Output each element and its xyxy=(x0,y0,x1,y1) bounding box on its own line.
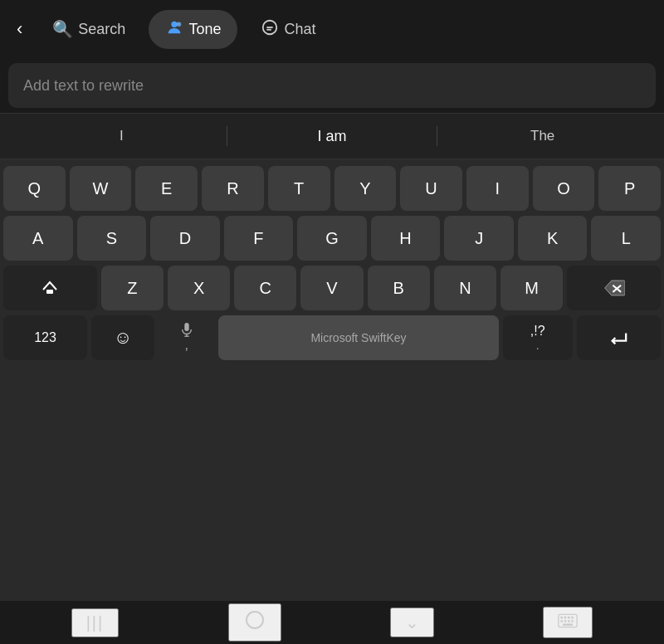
key-row-1: Q W E R T Y U I O P xyxy=(3,166,661,211)
svg-rect-20 xyxy=(572,620,574,622)
key-y[interactable]: Y xyxy=(334,166,397,211)
svg-rect-18 xyxy=(564,620,567,622)
key-c[interactable]: C xyxy=(234,266,296,310)
tab-tone[interactable]: Tone xyxy=(149,10,237,49)
key-p[interactable]: P xyxy=(598,166,661,211)
search-icon: 🔍 xyxy=(52,19,73,39)
period-label: . xyxy=(536,339,540,352)
tab-search[interactable]: 🔍 Search xyxy=(36,11,142,47)
key-row-2: A S D F G H J K L xyxy=(3,216,661,261)
key-o[interactable]: O xyxy=(533,166,595,211)
enter-key[interactable] xyxy=(577,315,661,360)
backspace-key[interactable] xyxy=(567,266,661,310)
suggestion-center[interactable]: I am xyxy=(227,128,437,145)
key-b[interactable]: B xyxy=(368,266,430,310)
svg-rect-16 xyxy=(572,617,574,619)
key-v[interactable]: V xyxy=(300,266,363,310)
svg-point-1 xyxy=(177,22,182,26)
svg-point-0 xyxy=(172,21,178,27)
keyboard: Q W E R T Y U I O P A S D F G H J K L Z … xyxy=(0,159,664,601)
tab-chat[interactable]: Chat xyxy=(244,10,332,49)
key-s[interactable]: S xyxy=(77,216,147,261)
key-d[interactable]: D xyxy=(150,216,220,261)
text-input[interactable]: Add text to rewrite xyxy=(8,63,656,108)
key-g[interactable]: G xyxy=(297,216,367,261)
key-i[interactable]: I xyxy=(466,166,529,211)
svg-rect-11 xyxy=(247,612,263,628)
suggestion-right[interactable]: The xyxy=(437,128,647,144)
tone-tab-label: Tone xyxy=(188,21,221,38)
key-m[interactable]: M xyxy=(500,266,563,310)
word-suggestions: I I am The xyxy=(0,113,664,159)
key-x[interactable]: X xyxy=(168,266,230,310)
key-u[interactable]: U xyxy=(400,166,462,211)
key-row-4: 123 ☺ , Microsoft SwiftKey ,!? . xyxy=(3,315,661,360)
nav-back-button[interactable]: ⌄ xyxy=(390,607,434,637)
key-q[interactable]: Q xyxy=(3,166,66,211)
search-tab-label: Search xyxy=(78,21,125,38)
key-z[interactable]: Z xyxy=(101,266,164,310)
svg-rect-8 xyxy=(184,323,188,331)
key-f[interactable]: F xyxy=(224,216,294,261)
key-t[interactable]: T xyxy=(268,166,330,211)
suggestion-left[interactable]: I xyxy=(17,128,227,144)
punctuation-label: ,!? xyxy=(530,324,545,339)
emoji-key[interactable]: ☺ xyxy=(91,315,154,360)
svg-rect-13 xyxy=(561,617,564,619)
tone-icon xyxy=(165,18,183,41)
key-k[interactable]: K xyxy=(518,216,588,261)
svg-rect-19 xyxy=(568,620,570,622)
key-h[interactable]: H xyxy=(371,216,441,261)
key-j[interactable]: J xyxy=(444,216,514,261)
chat-tab-label: Chat xyxy=(284,21,315,38)
key-l[interactable]: L xyxy=(591,216,661,261)
nav-keyboard-button[interactable] xyxy=(543,607,593,638)
top-nav: ‹ 🔍 Search Tone Chat xyxy=(0,0,664,58)
space-key[interactable]: Microsoft SwiftKey xyxy=(218,315,498,360)
key-n[interactable]: N xyxy=(434,266,496,310)
svg-rect-17 xyxy=(561,620,564,622)
svg-rect-14 xyxy=(564,617,567,619)
space-key-label: Microsoft SwiftKey xyxy=(310,331,406,344)
key-e[interactable]: E xyxy=(135,166,198,211)
svg-rect-5 xyxy=(46,290,53,294)
svg-rect-21 xyxy=(563,623,573,626)
back-button[interactable]: ‹ xyxy=(10,12,29,46)
chat-icon xyxy=(261,18,279,41)
nav-home-button[interactable] xyxy=(228,603,281,642)
key-r[interactable]: R xyxy=(202,166,264,211)
nav-menu-button[interactable]: ||| xyxy=(71,608,120,637)
key-a[interactable]: A xyxy=(3,216,73,261)
key-w[interactable]: W xyxy=(70,166,132,211)
comma-label: , xyxy=(184,338,188,353)
punctuation-key[interactable]: ,!? . xyxy=(503,315,573,360)
key-row-3: Z X C V B N M xyxy=(3,266,661,310)
svg-rect-15 xyxy=(568,617,570,619)
input-placeholder: Add text to rewrite xyxy=(23,77,144,95)
bottom-nav: ||| ⌄ xyxy=(0,601,664,644)
num-key[interactable]: 123 xyxy=(3,315,87,360)
shift-key[interactable] xyxy=(3,266,97,310)
mic-key[interactable]: , xyxy=(159,315,214,360)
num-key-label: 123 xyxy=(34,330,56,345)
